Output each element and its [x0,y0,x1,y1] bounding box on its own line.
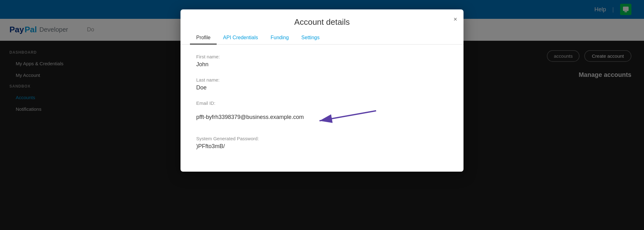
password-group: System Generated Password: )PFfto3mB/ [196,136,448,150]
email-value: pfft-byfrh3398379@business.example.com [196,114,304,120]
last-name-value: Doe [196,84,448,91]
email-arrow-container: pfft-byfrh3398379@business.example.com [196,108,448,126]
tab-api-credentials[interactable]: API Credentials [217,32,264,45]
tab-funding[interactable]: Funding [264,32,295,45]
profile-content: First name: John Last name: Doe Email ID… [180,54,464,150]
modal-title: Account details [294,17,350,27]
svg-line-3 [319,111,376,121]
tab-profile[interactable]: Profile [190,32,217,45]
modal-header: Account details × [180,9,464,32]
modal-tabs: Profile API Credentials Funding Settings [180,32,464,45]
password-value: )PFfto3mB/ [196,143,448,150]
first-name-group: First name: John [196,54,448,68]
email-label: Email ID: [196,100,448,106]
modal-close-button[interactable]: × [453,16,457,23]
password-label: System Generated Password: [196,136,448,141]
email-group: Email ID: pfft-byfrh3398379@business.exa… [196,100,448,126]
tab-settings[interactable]: Settings [295,32,326,45]
account-details-modal: Account details × Profile API Credential… [180,9,464,172]
first-name-value: John [196,61,448,68]
first-name-label: First name: [196,54,448,59]
last-name-label: Last name: [196,77,448,83]
annotation-arrow [310,108,379,126]
last-name-group: Last name: Doe [196,77,448,91]
